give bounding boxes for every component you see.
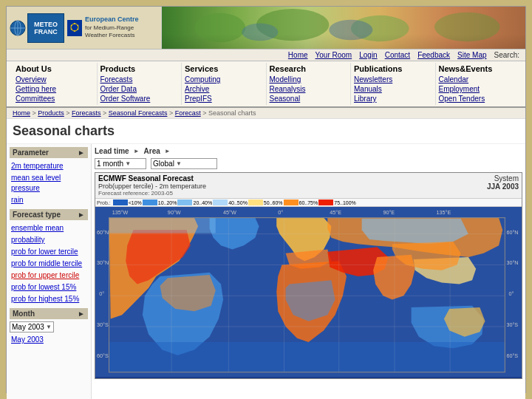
- svg-point-7: [77, 24, 78, 26]
- menu-item-archive[interactable]: Archive: [185, 84, 263, 94]
- forecast-type-arrow: ►: [78, 211, 85, 219]
- map-legend: Prob.: <10% 10..20% 20..40%: [95, 199, 522, 207]
- legend-lt10: <10%: [113, 200, 142, 205]
- month-sublabel[interactable]: May 2003: [10, 334, 88, 346]
- forecast-prob-lowest-15[interactable]: prob for lowest 15%: [10, 282, 88, 293]
- page-title-bar: Seasonal charts: [7, 119, 525, 144]
- svg-text:0°: 0°: [99, 290, 104, 297]
- svg-text:90°E: 90°E: [383, 209, 395, 216]
- forecast-probability[interactable]: probability: [10, 234, 88, 246]
- menu-section-products: Products Forecasts Order Data Order Soft…: [98, 63, 183, 105]
- main-content: Lead time ► Area ► 1 month ▼ Global ▼: [92, 144, 525, 399]
- meteo-logo: METEO FRANC: [27, 13, 64, 43]
- param-rain[interactable]: rain: [10, 194, 88, 206]
- top-banner: METEO FRANC European Centre for Mediu: [7, 7, 525, 50]
- area-arrow: ►: [165, 148, 171, 154]
- content-area: Parameter ► 2m temperature mean sea leve…: [7, 144, 525, 399]
- menu-heading-services: Services: [185, 64, 263, 73]
- menu-item-reanalysis[interactable]: Reanalysis: [270, 84, 348, 94]
- leadtime-dropdown-arrow: ▼: [125, 160, 131, 167]
- menu-item-overview[interactable]: Overview: [16, 75, 94, 84]
- map-subtitle: Prob(upper tercile) - 2m temperature: [98, 183, 206, 190]
- leadtime-arrow: ►: [134, 148, 140, 154]
- svg-text:45°W: 45°W: [223, 209, 236, 216]
- leadtime-label: Lead time: [95, 147, 129, 155]
- menu-item-library[interactable]: Library: [354, 94, 432, 103]
- svg-rect-4: [67, 20, 82, 36]
- svg-text:60°S: 60°S: [506, 352, 518, 359]
- outer-frame: METEO FRANC European Centre for Mediu: [0, 0, 532, 399]
- menu-item-newsletters[interactable]: Newsletters: [354, 75, 432, 84]
- forecast-prob-highest-15[interactable]: prob for highest 15%: [10, 293, 88, 305]
- map-system: System JJA 2003: [487, 174, 519, 191]
- controls-row: Lead time ► Area ►: [95, 147, 522, 155]
- breadcrumb-current: Seasonal charts: [208, 109, 256, 117]
- nav-yourroom[interactable]: Your Room: [316, 51, 352, 59]
- map-container: ECMWF Seasonal Forecast Prob(upper terci…: [95, 172, 522, 379]
- menu-heading-aboutus: About Us: [16, 64, 94, 73]
- forecast-type-section-header: Forecast type ►: [10, 209, 88, 220]
- menu-item-gettinghere[interactable]: Getting here: [16, 84, 94, 94]
- nav-home[interactable]: Home: [288, 51, 308, 59]
- param-2m-temperature[interactable]: 2m temperature: [10, 160, 88, 172]
- area-label: Area: [144, 147, 160, 155]
- menu-section-services: Services Computing Archive PrepIFS: [182, 63, 267, 105]
- area-dropdown[interactable]: Global ▼: [151, 158, 217, 169]
- breadcrumb-seasonal-forecasts[interactable]: Seasonal Forecasts: [109, 109, 168, 117]
- svg-text:30°N: 30°N: [506, 259, 518, 266]
- svg-text:45°E: 45°E: [330, 209, 341, 216]
- svg-point-17: [242, 24, 278, 41]
- breadcrumb-forecast[interactable]: Forecast: [175, 109, 201, 117]
- legend-40-50: 40..50%: [213, 200, 248, 205]
- menu-heading-newsevents: News&Events: [439, 64, 517, 73]
- main-menu: About Us Overview Getting here Committee…: [7, 61, 525, 108]
- menu-item-prepifs[interactable]: PrepIFS: [185, 94, 263, 103]
- prob-label: Prob.:: [97, 200, 111, 205]
- svg-point-10: [71, 28, 72, 30]
- map-title: ECMWF Seasonal Forecast: [98, 174, 206, 183]
- menu-item-orderdata[interactable]: Order Data: [100, 84, 179, 94]
- forecast-prob-upper-tercile[interactable]: prob for upper tercile: [10, 270, 88, 282]
- menu-item-committees[interactable]: Committees: [16, 94, 94, 103]
- nav-feedback[interactable]: Feedback: [417, 51, 450, 59]
- svg-text:30°S: 30°S: [97, 321, 109, 328]
- svg-text:60°S: 60°S: [97, 352, 109, 359]
- menu-item-modelling[interactable]: Modelling: [270, 75, 348, 84]
- forecast-prob-middle-tercile[interactable]: prob for middle tercile: [10, 258, 88, 270]
- breadcrumb-products[interactable]: Products: [38, 109, 64, 117]
- menu-item-ordersoftware[interactable]: Order Software: [100, 94, 179, 103]
- svg-text:60°N: 60°N: [97, 229, 109, 236]
- nav-sitemap[interactable]: Site Map: [457, 51, 486, 59]
- menu-item-computing[interactable]: Computing: [185, 75, 263, 84]
- leadtime-dropdown[interactable]: 1 month ▼: [95, 158, 146, 169]
- breadcrumb-forecasts[interactable]: Forecasts: [72, 109, 101, 117]
- menu-heading-products: Products: [100, 64, 179, 73]
- menu-item-forecasts[interactable]: Forecasts: [100, 75, 179, 84]
- menu-item-manuals[interactable]: Manuals: [354, 84, 432, 94]
- breadcrumb-home[interactable]: Home: [13, 109, 30, 117]
- ecmwf-logo: European Centre for Medium-Range Weather…: [85, 16, 139, 39]
- svg-point-8: [77, 28, 78, 30]
- svg-text:90°W: 90°W: [168, 209, 181, 216]
- month-arrow: ►: [78, 310, 85, 318]
- menu-item-calendar[interactable]: Calendar: [439, 75, 517, 84]
- menu-item-opentenders[interactable]: Open Tenders: [439, 94, 517, 103]
- forecast-prob-lower-tercile[interactable]: prob for lower tercile: [10, 246, 88, 258]
- map-header: ECMWF Seasonal Forecast Prob(upper terci…: [95, 173, 522, 199]
- search-label: Search:: [494, 51, 519, 59]
- month-dropdown[interactable]: May 2003 ▼: [10, 321, 54, 332]
- left-sidebar: Parameter ► 2m temperature mean sea leve…: [7, 144, 92, 399]
- legend-75-100: 75..100%: [318, 200, 356, 205]
- forecast-ensemble-mean[interactable]: ensemble mean: [10, 222, 88, 234]
- menu-section-research: Research Modelling Reanalysis Seasonal: [267, 63, 352, 105]
- svg-text:60°N: 60°N: [506, 229, 518, 236]
- param-mslp[interactable]: mean sea level pressure: [10, 172, 88, 194]
- menu-item-seasonal[interactable]: Seasonal: [270, 94, 348, 103]
- nav-login[interactable]: Login: [359, 51, 377, 59]
- svg-point-16: [434, 13, 500, 41]
- menu-item-employment[interactable]: Employment: [439, 84, 517, 94]
- legend-20-40: 20..40%: [177, 200, 212, 205]
- controls-row2: 1 month ▼ Global ▼: [95, 158, 522, 169]
- nav-contact[interactable]: Contact: [385, 51, 410, 59]
- parameter-arrow: ►: [78, 149, 85, 157]
